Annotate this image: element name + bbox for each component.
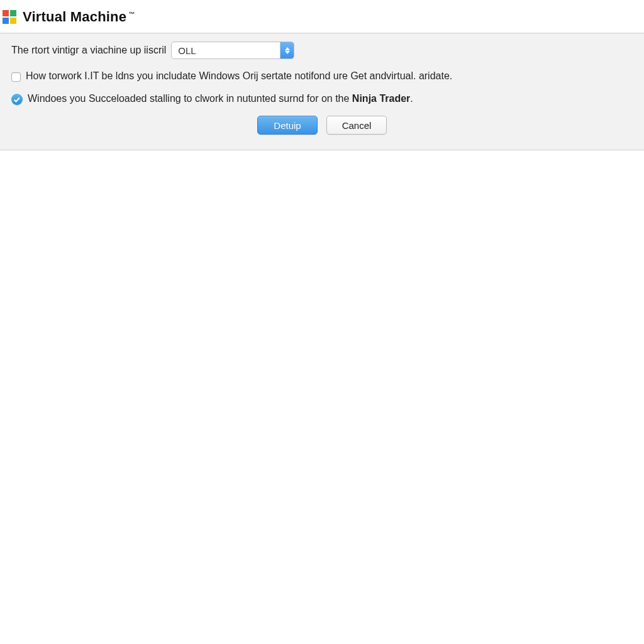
button-row: Detuip Cancel xyxy=(11,116,633,135)
cancel-button[interactable]: Cancel xyxy=(326,116,387,135)
setup-button[interactable]: Detuip xyxy=(257,116,318,135)
trademark-symbol: ™ xyxy=(128,11,135,18)
window-header: Virtual Machine™ xyxy=(0,0,644,33)
startup-label: The rtort vintigr a viachine up iiscril xyxy=(11,45,166,56)
nt-bold: Ninja Trader xyxy=(352,93,410,104)
config-panel: The rtort vintigr a viachine up iiscril … xyxy=(0,33,644,150)
checkmark-icon xyxy=(13,96,19,102)
window-title: Virtual Machine™ xyxy=(23,9,135,25)
option-network-label: How torwork I.IT be ldns you includate W… xyxy=(26,70,452,82)
startup-select-wrap xyxy=(171,42,294,59)
option-ninjatrader-row: Windoes you Succeloaded stalling to clwo… xyxy=(11,93,633,104)
startup-select[interactable] xyxy=(171,42,294,59)
nt-suffix: . xyxy=(410,93,413,104)
title-text: Virtual Machine xyxy=(23,9,126,25)
option-ninjatrader-label: Windoes you Succeloaded stalling to clwo… xyxy=(28,93,413,104)
option-network-row: How torwork I.IT be ldns you includate W… xyxy=(11,70,633,82)
nt-prefix: Windoes you Succeloaded stalling to clwo… xyxy=(28,93,352,104)
checkbox-network[interactable] xyxy=(11,72,21,82)
startup-row: The rtort vintigr a viachine up iiscril xyxy=(11,42,633,59)
ms-logo-icon xyxy=(3,10,16,24)
checkbox-ninjatrader[interactable] xyxy=(11,94,23,105)
